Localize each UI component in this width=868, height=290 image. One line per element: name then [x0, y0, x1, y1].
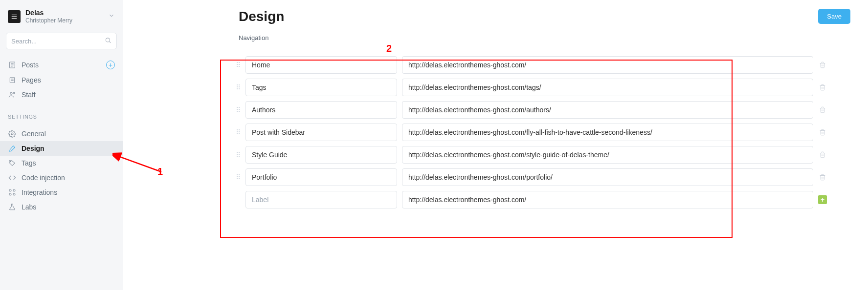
sidebar-item-code-injection[interactable]: Code injection	[0, 170, 123, 185]
nav-label-input[interactable]	[245, 56, 397, 74]
sidebar-item-labs[interactable]: Labs	[0, 200, 123, 214]
code-icon	[8, 174, 17, 182]
delete-row-button[interactable]	[818, 174, 827, 181]
nav-label-input[interactable]	[245, 124, 397, 141]
sidebar-item-label: General	[22, 130, 46, 138]
drag-handle-icon[interactable]: ⠿	[236, 108, 241, 112]
search-icon	[105, 37, 111, 45]
sidebar-item-label: Integrations	[22, 188, 57, 196]
staff-icon	[8, 91, 17, 99]
sidebar-item-integrations[interactable]: Integrations	[0, 185, 123, 200]
delete-row-button[interactable]	[818, 129, 827, 136]
add-row-button[interactable]: +	[818, 195, 827, 204]
posts-icon	[8, 61, 17, 69]
drag-handle-icon[interactable]: ⠿	[236, 153, 241, 157]
nav-label-input[interactable]	[245, 168, 397, 186]
nav-label-input[interactable]	[245, 101, 397, 119]
svg-line-4	[110, 41, 111, 43]
page-title: Design	[239, 9, 284, 24]
svg-point-12	[10, 93, 12, 95]
delete-row-button[interactable]	[818, 106, 827, 113]
svg-rect-9	[10, 78, 14, 83]
site-title: Delas	[25, 9, 108, 17]
settings-heading: SETTINGS	[0, 102, 123, 124]
nav-label-input-new[interactable]	[245, 191, 397, 208]
sidebar-item-label: Labs	[22, 203, 36, 211]
search-input[interactable]	[11, 38, 102, 45]
pages-icon	[8, 76, 17, 84]
nav-row: ⠿	[236, 168, 827, 186]
integrations-icon	[8, 188, 17, 196]
delete-row-button[interactable]	[818, 151, 827, 158]
nav-row: ⠿	[236, 79, 827, 96]
sidebar-item-label: Staff	[22, 91, 36, 99]
chevron-down-icon	[108, 12, 115, 21]
sidebar-item-pages[interactable]: Pages	[0, 73, 123, 87]
sidebar-item-label: Posts	[22, 61, 39, 69]
site-switcher[interactable]: Delas Christopher Merry	[0, 7, 123, 30]
drag-handle-icon[interactable]: ⠿	[236, 176, 241, 179]
nav-row: ⠿	[236, 146, 827, 164]
sidebar-item-label: Pages	[22, 76, 41, 84]
svg-point-14	[11, 133, 13, 135]
svg-point-15	[10, 162, 11, 162]
sidebar-item-design[interactable]: Design	[0, 141, 123, 156]
navigation-heading: Navigation	[141, 34, 850, 41]
nav-url-input[interactable]	[402, 101, 813, 119]
brush-icon	[8, 145, 17, 152]
sidebar-item-tags[interactable]: Tags	[0, 156, 123, 170]
sidebar-item-label: Tags	[22, 159, 36, 167]
main-content: Design Save Navigation ⠿ ⠿ ⠿	[123, 0, 868, 233]
nav-label-input[interactable]	[245, 79, 397, 96]
sidebar-item-staff[interactable]: Staff	[0, 87, 123, 102]
svg-point-16	[9, 189, 11, 191]
nav-label-input[interactable]	[245, 146, 397, 164]
site-logo	[8, 10, 21, 23]
nav-row: ⠿	[236, 124, 827, 141]
delete-row-button[interactable]	[818, 62, 827, 68]
nav-url-input[interactable]	[402, 79, 813, 96]
nav-url-input[interactable]	[402, 124, 813, 141]
svg-point-18	[9, 193, 11, 195]
drag-handle-icon[interactable]: ⠿	[236, 86, 241, 89]
svg-point-19	[13, 193, 15, 195]
flask-icon	[8, 203, 17, 211]
site-user: Christopher Merry	[25, 17, 108, 24]
tag-icon	[8, 159, 17, 167]
svg-point-17	[13, 189, 15, 191]
nav-row: ⠿	[236, 56, 827, 74]
svg-point-13	[13, 92, 15, 94]
nav-row-new: +	[236, 191, 827, 208]
drag-handle-icon[interactable]: ⠿	[236, 63, 241, 67]
sidebar: Delas Christopher Merry Posts + Pages	[0, 0, 123, 290]
sidebar-item-posts[interactable]: Posts +	[0, 57, 123, 73]
nav-url-input[interactable]	[402, 146, 813, 164]
nav-url-input[interactable]	[402, 168, 813, 186]
nav-row: ⠿	[236, 101, 827, 119]
navigation-editor: ⠿ ⠿ ⠿ ⠿	[229, 49, 837, 233]
search-box[interactable]	[6, 33, 117, 49]
add-post-button[interactable]: +	[106, 61, 115, 69]
sidebar-item-general[interactable]: General	[0, 126, 123, 141]
sidebar-item-label: Code injection	[22, 174, 65, 182]
drag-handle-icon[interactable]: ⠿	[236, 131, 241, 134]
svg-point-3	[106, 38, 110, 42]
nav-url-input-new[interactable]	[402, 191, 813, 208]
nav-url-input[interactable]	[402, 56, 813, 74]
delete-row-button[interactable]	[818, 84, 827, 91]
save-button[interactable]: Save	[818, 9, 850, 24]
sidebar-item-label: Design	[22, 145, 45, 152]
gear-icon	[8, 130, 17, 138]
